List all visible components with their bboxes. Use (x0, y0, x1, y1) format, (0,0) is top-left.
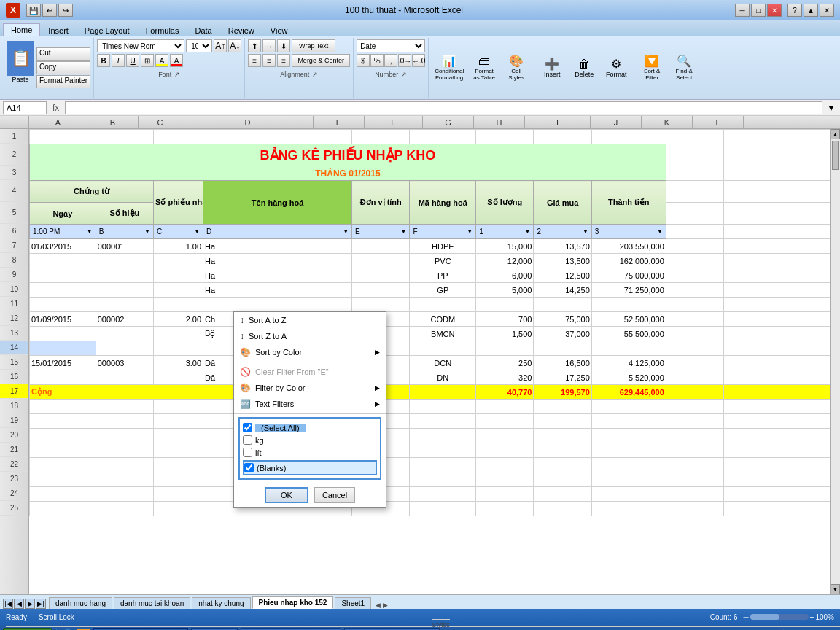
vertical-scrollbar[interactable]: ▲ ▼ (830, 129, 840, 594)
header-tenhanghoa[interactable]: Tên hàng hoá (203, 181, 352, 225)
cell-i16[interactable]: 5,520,000 (591, 370, 666, 385)
cell-i14[interactable] (591, 341, 666, 356)
cell-reference-input[interactable] (3, 101, 47, 114)
cell-j5[interactable] (666, 203, 723, 225)
number-dialog-btn[interactable]: ↗ (401, 71, 407, 78)
cell-e9[interactable] (352, 268, 410, 283)
tab-review[interactable]: Review (220, 24, 262, 36)
cell-h1[interactable] (534, 130, 591, 144)
scroll-up-btn[interactable]: ▲ (831, 129, 840, 139)
cell-b9[interactable] (96, 268, 153, 283)
cell-c7[interactable]: 1.00 (154, 239, 203, 254)
cell-c13[interactable] (154, 327, 203, 341)
cell-d8[interactable]: Ha (203, 254, 352, 268)
cell-k2[interactable] (724, 144, 782, 166)
insert-btn[interactable]: ➕ Insert (537, 57, 567, 79)
cell-j3[interactable] (666, 166, 723, 181)
header-thanhtien[interactable]: Thành tiền (591, 181, 666, 225)
cell-c11[interactable] (154, 298, 203, 312)
fill-color-button[interactable]: A (155, 54, 168, 67)
cell-b16[interactable] (96, 370, 153, 385)
cell-styles-btn[interactable]: 🎨 CellStyles (502, 54, 531, 82)
cell-g12[interactable]: 700 (476, 312, 534, 327)
cell-g11[interactable] (476, 298, 534, 312)
cell-a15[interactable]: 15/01/2015 (30, 356, 96, 370)
cell-e7[interactable] (352, 239, 410, 254)
bold-button[interactable]: B (97, 54, 110, 67)
col-header-e[interactable]: E (314, 116, 365, 128)
cell-h8[interactable]: 13,500 (534, 254, 591, 268)
cell-i13[interactable]: 55,500,000 (591, 327, 666, 341)
cell-g14[interactable] (476, 341, 534, 356)
cell-c14[interactable] (154, 341, 203, 356)
percent-btn[interactable]: % (370, 54, 384, 67)
cell-g16[interactable]: 320 (476, 370, 534, 385)
filter-arrow-i[interactable]: ▼ (657, 228, 663, 235)
filter-f[interactable]: F ▼ (410, 225, 476, 239)
copy-button[interactable]: Copy (36, 61, 90, 74)
cell-k12[interactable] (724, 312, 782, 327)
cell-a7[interactable]: 01/03/2015 (30, 239, 96, 254)
tab-sheet1[interactable]: Sheet1 (335, 597, 371, 609)
filter-arrow-c[interactable]: ▼ (194, 228, 200, 235)
sheet-prev-btn[interactable]: ◀ (14, 599, 24, 609)
cell-j11[interactable] (666, 298, 723, 312)
cell-j7[interactable] (666, 239, 723, 254)
col-header-h[interactable]: H (474, 116, 525, 128)
cell-k11[interactable] (724, 298, 782, 312)
cell-i9[interactable]: 75,000,000 (591, 268, 666, 283)
cell-g15[interactable]: 250 (476, 356, 534, 370)
cell-total-thanhtien[interactable]: 629,445,000 (591, 385, 666, 400)
cell-g1[interactable] (476, 130, 534, 144)
cell-k14[interactable] (724, 341, 782, 356)
cell-c15[interactable]: 3.00 (154, 356, 203, 370)
number-format-select[interactable]: Date (357, 39, 425, 52)
cell-d9[interactable]: Ha (203, 268, 352, 283)
filter-kg-checkbox[interactable] (243, 435, 252, 445)
redo-btn[interactable]: ↪ (58, 4, 73, 17)
tab-formulas[interactable]: Formulas (138, 24, 187, 36)
comma-btn[interactable]: , (384, 54, 397, 67)
cell-j2[interactable] (666, 144, 723, 166)
cell-j14[interactable] (666, 341, 723, 356)
cell-k9[interactable] (724, 268, 782, 283)
wrap-text-btn[interactable]: Wrap Text (292, 39, 335, 52)
cell-f16[interactable]: DN (410, 370, 476, 385)
sheet-next-btn[interactable]: ▶ (25, 599, 35, 609)
tab-phieu-nhap-kho[interactable]: Phieu nhap kho 152 (252, 596, 334, 609)
cell-j15[interactable] (666, 356, 723, 370)
col-header-j[interactable]: J (591, 116, 642, 128)
filter-arrow-h[interactable]: ▼ (583, 228, 588, 235)
cell-k1[interactable] (724, 130, 782, 144)
cell-b13[interactable] (96, 327, 153, 341)
filter-ngay[interactable]: 1:00 PM ▼ (30, 225, 96, 239)
align-right-btn[interactable]: ≡ (277, 54, 290, 67)
cell-j17[interactable] (666, 385, 723, 400)
cell-k17[interactable] (724, 385, 782, 400)
cell-b8[interactable] (96, 254, 153, 268)
cell-c9[interactable] (154, 268, 203, 283)
cell-j12[interactable] (666, 312, 723, 327)
cell-d11[interactable] (203, 298, 352, 312)
minimize-btn[interactable]: ─ (735, 4, 750, 17)
cell-a1[interactable] (30, 130, 96, 144)
cell-c12[interactable]: 2.00 (154, 312, 203, 327)
font-dialog-btn[interactable]: ↗ (174, 71, 180, 78)
tab-data[interactable]: Data (187, 24, 219, 36)
filter-lit-checkbox[interactable] (243, 448, 252, 457)
header-ngay[interactable]: Ngày (30, 203, 96, 225)
col-header-f[interactable]: F (365, 116, 423, 128)
cell-j13[interactable] (666, 327, 723, 341)
sort-az-item[interactable]: ↕ Sort A to Z (234, 312, 386, 328)
filter-blanks-checkbox[interactable] (244, 463, 254, 472)
align-top-btn[interactable]: ⬆ (248, 39, 261, 52)
sheet-first-btn[interactable]: |◀ (3, 599, 13, 609)
cell-j4[interactable] (666, 181, 723, 203)
filter-c[interactable]: C ▼ (154, 225, 203, 239)
filter-item-lit[interactable]: lít (243, 446, 377, 459)
maximize-btn[interactable]: □ (751, 4, 766, 17)
filter-e[interactable]: E ▼ (352, 225, 410, 239)
conditional-formatting-btn[interactable]: 📊 ConditionalFormatting (432, 54, 467, 82)
col-header-a[interactable]: A (29, 116, 88, 128)
cell-i15[interactable]: 4,125,000 (591, 356, 666, 370)
